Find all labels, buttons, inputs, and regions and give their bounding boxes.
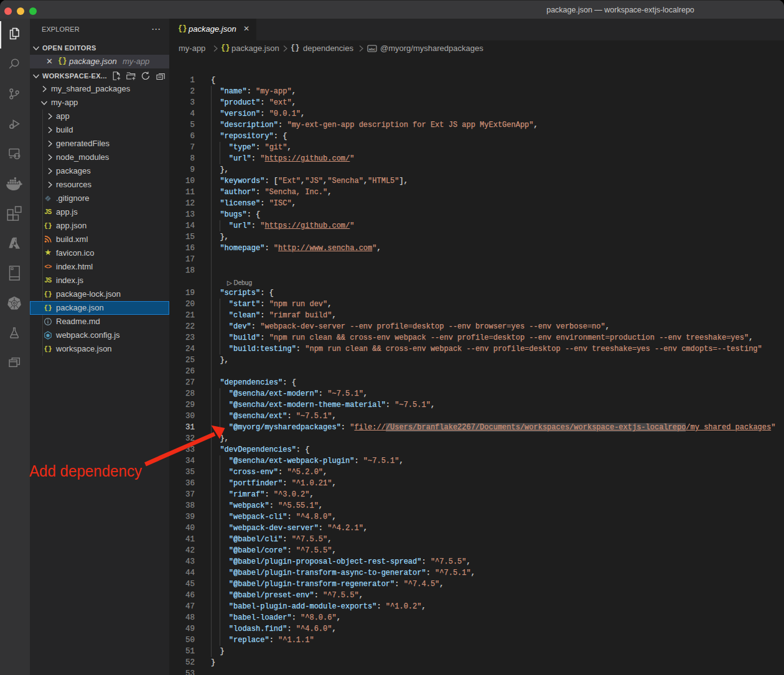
svg-text:abc: abc: [369, 47, 376, 51]
svg-text:Add dependency: Add dependency: [29, 462, 142, 480]
